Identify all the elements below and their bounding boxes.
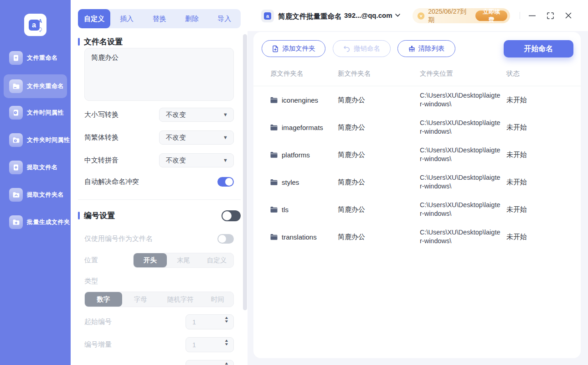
clear-list-button[interactable]: 清除列表 [397, 40, 455, 57]
clipped-number-input[interactable]: ▲▼ [186, 360, 234, 365]
minimize-button[interactable] [528, 12, 536, 19]
auto-resolve-toggle[interactable] [217, 177, 234, 187]
stepper-arrows[interactable]: ▲▼ [225, 362, 228, 365]
folder-table: iconengines 简鹿办公 C:\Users\XU\Desktop\lai… [253, 86, 581, 250]
filename-section-header: 文件名设置 [78, 36, 123, 47]
folder-time-icon [9, 133, 23, 147]
tab-replace[interactable]: 替换 [143, 9, 175, 28]
sidebar-item-label: 文件时间属性 [27, 109, 64, 117]
start-rename-button[interactable]: 开始命名 [504, 40, 573, 57]
case-convert-row: 大小写转换 不改变 ▼ [84, 108, 234, 122]
add-folder-icon [272, 45, 279, 52]
start-number-input[interactable]: ▲▼ [186, 314, 234, 329]
table-row[interactable]: tls 简鹿办公 C:\Users\XU\Desktop\laigter-win… [253, 196, 581, 223]
status-label: 未开始 [506, 205, 527, 214]
stepper-arrows[interactable]: ▲▼ [225, 316, 228, 323]
file-time-icon [9, 106, 23, 120]
folder-icon [270, 206, 278, 213]
tab-import[interactable]: 导入 [208, 9, 241, 28]
tab-custom[interactable]: 自定义 [78, 9, 110, 28]
sidebar-item-label: 文件夹重命名 [27, 82, 64, 90]
start-number-row: 起始编号 ▲▼ [84, 314, 234, 329]
titlebar: a 简鹿文件批量重命名 392...@qq.com 2025/06/27到期 立… [248, 0, 588, 31]
status-label: 未开始 [506, 151, 527, 159]
maximize-button[interactable] [546, 12, 554, 19]
increment-row: 编号增量 ▲▼ [84, 337, 234, 352]
simplified-traditional-label: 简繁体转换 [84, 133, 119, 142]
table-header: 原文件夹名 新文件夹名 文件夹位置 状态 [253, 69, 581, 85]
increment-label: 编号增量 [84, 340, 112, 349]
settings-panel: 自定义 插入 替换 删除 导入 文件名设置 简鹿办公 大小写转换 不改变 ▼ 简… [71, 0, 248, 365]
app-titlebar-icon: a [261, 10, 274, 22]
sidebar-item-label: 提取文件名 [27, 163, 58, 172]
sidebar-nav: 文件重命名 文件夹重命名 文件时间属性 文件夹时间属性 [0, 47, 71, 239]
broom-icon [408, 45, 415, 52]
auto-resolve-label: 自动解决命名冲突 [84, 177, 139, 186]
type-option-random[interactable]: 随机字符 [159, 292, 202, 307]
sidebar-item-label: 批量生成文件夹 [27, 218, 70, 226]
only-number-toggle[interactable] [217, 234, 234, 244]
extract-filename-icon [9, 161, 23, 174]
table-row[interactable]: imageformats 简鹿办公 C:\Users\XU\Desktop\la… [253, 114, 581, 141]
type-option-time[interactable]: 时间 [202, 292, 233, 307]
table-row[interactable]: iconengines 简鹿办公 C:\Users\XU\Desktop\lai… [253, 86, 581, 114]
app-logo-icon: a A ⤸ [24, 14, 46, 36]
position-row: 位置 开头 末尾 自定义 [84, 253, 234, 268]
type-option-number[interactable]: 数字 [85, 292, 122, 307]
stepper-arrows[interactable]: ▲▼ [225, 339, 228, 346]
scrollbar-thumb[interactable] [243, 34, 247, 310]
folder-icon [270, 151, 278, 158]
status-label: 未开始 [506, 96, 527, 104]
simplified-traditional-select[interactable]: 不改变 ▼ [159, 130, 234, 145]
table-row[interactable]: translations 简鹿办公 C:\Users\XU\Desktop\la… [253, 223, 581, 250]
table-row[interactable]: styles 简鹿办公 C:\Users\XU\Desktop\laigter-… [253, 168, 581, 196]
sidebar-item-file-rename[interactable]: 文件重命名 [4, 47, 67, 69]
only-number-row: 仅使用编号作为文件名 [84, 234, 234, 244]
account-menu[interactable]: 392...@qq.com [344, 11, 400, 19]
position-option-end[interactable]: 末尾 [167, 253, 200, 267]
increment-input[interactable]: ▲▼ [186, 337, 234, 352]
sidebar-item-extract-filename[interactable]: 提取文件名 [4, 156, 67, 178]
sidebar-item-label: 文件重命名 [27, 54, 58, 62]
renew-button[interactable]: 立即续费 [475, 10, 507, 21]
table-row[interactable]: platforms 简鹿办公 C:\Users\XU\Desktop\laigt… [253, 141, 581, 168]
numbering-section-header: 编号设置 [78, 210, 241, 221]
license-expiry: 2025/06/27到期 [428, 8, 471, 24]
clipped-row: ▲▼ [84, 360, 234, 365]
type-label: 类型 [84, 277, 98, 286]
undo-icon [343, 45, 351, 52]
extract-foldername-icon [9, 188, 23, 202]
close-button[interactable] [564, 12, 573, 19]
close-icon [565, 12, 572, 19]
case-convert-label: 大小写转换 [84, 110, 119, 119]
pinyin-row: 中文转拼音 不改变 ▼ [84, 153, 234, 167]
filename-section-title: 文件名设置 [84, 36, 123, 47]
only-number-label: 仅使用编号作为文件名 [84, 235, 153, 243]
folder-icon [270, 97, 278, 103]
sidebar-item-folder-rename[interactable]: 文件夹重命名 [4, 74, 67, 98]
folder-rename-icon [9, 79, 23, 93]
tab-insert[interactable]: 插入 [110, 9, 143, 28]
chevron-down-icon: ▼ [223, 135, 228, 140]
sidebar-item-batch-create-folder[interactable]: 批量生成文件夹 [4, 211, 67, 233]
sidebar-item-extract-foldername[interactable]: 提取文件夹名 [4, 184, 67, 206]
filename-input[interactable]: 简鹿办公 [84, 48, 234, 101]
titlebar-separator [520, 12, 520, 19]
tab-delete[interactable]: 删除 [175, 9, 208, 28]
case-convert-select[interactable]: 不改变 ▼ [159, 108, 234, 122]
sidebar-item-folder-time[interactable]: 文件夹时间属性 [4, 129, 67, 151]
status-label: 未开始 [506, 178, 527, 187]
sidebar-item-label: 提取文件夹名 [27, 191, 64, 199]
batch-create-folder-icon [9, 215, 23, 229]
type-option-letter[interactable]: 字母 [122, 292, 160, 307]
pinyin-select[interactable]: 不改变 ▼ [159, 153, 234, 167]
undo-rename-button[interactable]: 撤销命名 [333, 40, 391, 57]
add-folder-button[interactable]: 添加文件夹 [262, 40, 325, 57]
position-option-custom[interactable]: 自定义 [200, 253, 233, 267]
sidebar-item-file-time[interactable]: 文件时间属性 [4, 102, 67, 124]
tab-bar: 自定义 插入 替换 删除 导入 [78, 9, 241, 28]
position-segmented: 开头 末尾 自定义 [133, 253, 234, 268]
position-option-start[interactable]: 开头 [134, 253, 167, 267]
numbering-toggle[interactable] [222, 210, 241, 221]
license-badge: 2025/06/27到期 立即续费 [413, 8, 510, 23]
